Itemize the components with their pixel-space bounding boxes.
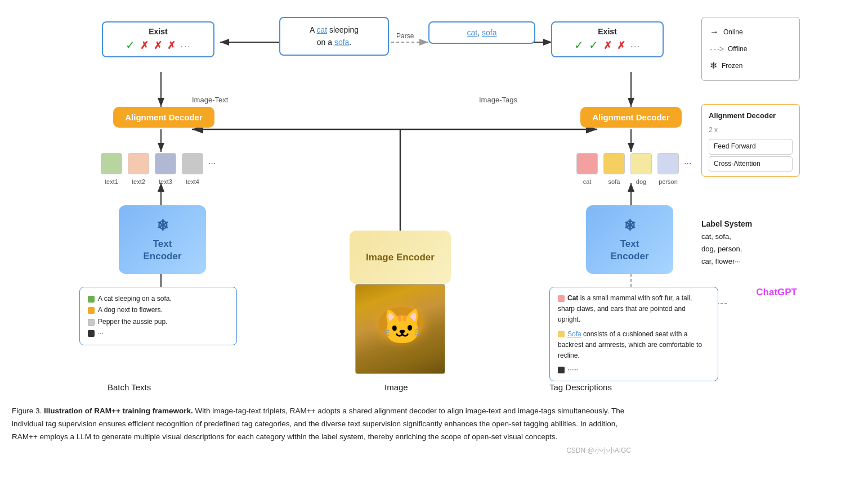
cat-image bbox=[355, 284, 445, 374]
input-text-suffix: . bbox=[349, 38, 351, 47]
tags-box: cat, sofa bbox=[428, 21, 535, 44]
token-sofa-label: sofa bbox=[602, 178, 627, 185]
legend-box: → Online - - -> Offline ❄ Frozen bbox=[701, 17, 800, 81]
image-encoder: Image Encoder bbox=[350, 231, 451, 284]
token-cat-label: cat bbox=[575, 178, 599, 185]
input-sofa-text: sofa bbox=[334, 38, 349, 47]
exist-symbols-left: ✓ ✗ ✗ ✗ ··· bbox=[110, 38, 207, 52]
main-diagram: Parse bbox=[68, 11, 800, 394]
tag-descriptions-label: Tag Descriptions bbox=[549, 382, 612, 392]
tokens-right-row: cat sofa dog person ··· bbox=[575, 153, 691, 185]
token-person-label: person bbox=[656, 178, 681, 185]
tokens-left-row: text1 text2 text3 text4 ··· bbox=[99, 153, 216, 185]
align-legend-2x: 2 x bbox=[709, 124, 793, 137]
token-text4-label: text4 bbox=[180, 178, 205, 185]
token-dog-label: dog bbox=[629, 178, 654, 185]
token-text1-label: text1 bbox=[99, 178, 124, 185]
alignment-legend-box: Alignment Decoder 2 x Feed Forward Cross… bbox=[701, 104, 800, 177]
tag-descriptions-box: Cat is a small mammal with soft fur, a t… bbox=[549, 287, 718, 381]
text-encoder-left-label: TextEncoder bbox=[143, 238, 181, 263]
tagdesc-item-more: ······ bbox=[558, 364, 710, 375]
batch-item-3: Pepper the aussie pup. bbox=[88, 316, 229, 327]
text-encoder-right-label: TextEncoder bbox=[610, 238, 648, 263]
label-system-title: Label System bbox=[701, 219, 800, 228]
alignment-label-right: Alignment Decoder bbox=[592, 112, 670, 122]
tagdesc-item-sofa: Sofa consists of a cushioned seat with a… bbox=[558, 329, 710, 362]
image-encoder-label: Image Encoder bbox=[366, 251, 435, 264]
batch-item-4: ··· bbox=[88, 327, 229, 339]
caption-bold: Illustration of RAM++ training framework… bbox=[44, 407, 193, 415]
tag-sofa: sofa bbox=[482, 28, 496, 37]
alignment-decoder-left: Alignment Decoder bbox=[113, 107, 214, 128]
legend-online: → Online bbox=[710, 23, 791, 41]
batch-texts-label: Batch Texts bbox=[108, 382, 151, 392]
image-tags-label: Image-Tags bbox=[479, 96, 517, 104]
legend-offline: - - -> Offline bbox=[710, 41, 791, 57]
tagdesc-item-cat: Cat is a small mammal with soft fur, a t… bbox=[558, 293, 710, 326]
tag-comma: , bbox=[477, 28, 482, 37]
chatgpt-label: ChatGPT bbox=[756, 287, 797, 298]
figure-num: Figure 3. bbox=[12, 407, 42, 415]
label-system-content: cat, sofa,dog, person,car, flower··· bbox=[701, 231, 800, 268]
token-text3-label: text3 bbox=[153, 178, 178, 185]
legend-frozen: ❄ Frozen bbox=[710, 57, 791, 75]
alignment-decoder-right: Alignment Decoder bbox=[580, 107, 682, 128]
batch-item-1: A cat sleeping on a sofa. bbox=[88, 293, 229, 304]
batch-item-2: A dog next to flowers. bbox=[88, 304, 229, 315]
text-encoder-left: ❄ TextEncoder bbox=[119, 205, 206, 274]
align-legend-ff: Feed Forward bbox=[709, 139, 793, 155]
batch-texts-box: A cat sleeping on a sofa. A dog next to … bbox=[79, 287, 237, 345]
input-cat-text: cat bbox=[316, 25, 327, 34]
image-label: Image bbox=[384, 382, 408, 392]
image-text-label: Image-Text bbox=[192, 96, 228, 104]
exist-label-left: Exist bbox=[110, 27, 207, 36]
align-legend-ca: Cross-Attention bbox=[709, 156, 793, 172]
alignment-label-left: Alignment Decoder bbox=[125, 112, 203, 122]
parse-label: Parse bbox=[396, 32, 414, 40]
exist-box-left: Exist ✓ ✗ ✗ ✗ ··· bbox=[102, 21, 214, 57]
input-text-prefix: A bbox=[310, 25, 316, 34]
tag-cat: cat bbox=[467, 28, 478, 37]
align-legend-header: Alignment Decoder bbox=[709, 109, 793, 122]
figure-caption: Figure 3. Illustration of RAM++ training… bbox=[12, 405, 631, 444]
caption-credit: CSDN @小小小AIGC bbox=[12, 446, 631, 456]
token-text2-label: text2 bbox=[126, 178, 151, 185]
text-encoder-right: ❄ TextEncoder bbox=[586, 205, 673, 274]
exist-symbols-right: ✓ ✓ ✗ ✗ ··· bbox=[559, 38, 656, 52]
exist-label-right: Exist bbox=[559, 27, 656, 36]
label-system-area: Label System cat, sofa,dog, person,car, … bbox=[701, 219, 800, 268]
input-text-box: A cat sleepingon a sofa. bbox=[279, 17, 389, 56]
exist-box-right: Exist ✓ ✓ ✗ ✗ ··· bbox=[551, 21, 664, 57]
cat-visual bbox=[356, 285, 445, 374]
